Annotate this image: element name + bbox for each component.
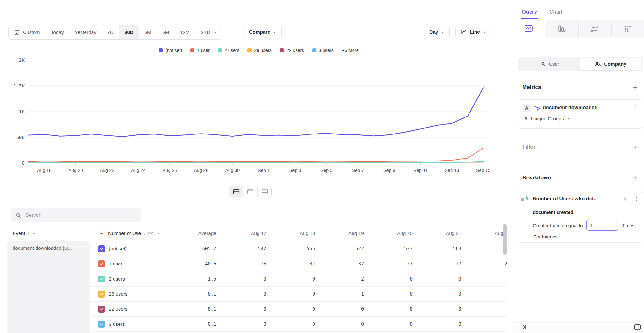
- svg-text:Aug 18: Aug 18: [37, 168, 52, 173]
- event-cell[interactable]: document downloaded [U...: [7, 241, 90, 333]
- add-filter-button[interactable]: [632, 145, 638, 150]
- chart-only-toggle[interactable]: [243, 186, 257, 197]
- select-all-checkbox[interactable]: [98, 230, 105, 237]
- panel-right-icon[interactable]: [634, 324, 641, 330]
- series-column-header[interactable]: Number of Use...24: [90, 226, 171, 241]
- average-value: 0.1: [171, 302, 220, 317]
- close-icon[interactable]: [623, 197, 628, 201]
- range-custom[interactable]: Custom: [9, 25, 45, 39]
- range-7d[interactable]: 7D: [102, 25, 119, 39]
- chevron-down-icon: [483, 30, 486, 34]
- per-interval-label[interactable]: Per Interval: [533, 234, 558, 239]
- average-column-header[interactable]: Average: [171, 226, 220, 241]
- cell-value: 0: [318, 302, 366, 317]
- line-chart[interactable]: 05001K1.5K2KAug 18Aug 20Aug 22Aug 24Aug …: [0, 44, 512, 176]
- date-column-header[interactable]: Aug 17: [220, 226, 269, 241]
- breakdown-title[interactable]: Number of Users who did...: [533, 196, 598, 202]
- indeterminate-icon: [99, 231, 104, 236]
- event-column-header[interactable]: Event1: [0, 226, 90, 241]
- split-view-icon: [233, 189, 240, 194]
- metric-event-name[interactable]: document downloaded: [543, 105, 597, 111]
- line-chart-tab[interactable]: [525, 25, 533, 33]
- tab-chart[interactable]: Chart: [550, 9, 562, 19]
- date-column-header[interactable]: Aug 19: [318, 226, 366, 241]
- add-metric-button[interactable]: [632, 85, 638, 90]
- cell-value: 0: [366, 287, 415, 302]
- date-range-control: CustomTodayYesterday7D30D3M6M12MXTD: [8, 25, 222, 40]
- svg-text:1.5K: 1.5K: [14, 83, 25, 88]
- cell-value: 0: [415, 317, 464, 332]
- series-row[interactable]: 3 users: [90, 317, 171, 332]
- svg-text:500: 500: [16, 135, 25, 140]
- flow-chart-tab[interactable]: [591, 25, 599, 33]
- company-toggle[interactable]: Company: [580, 58, 641, 70]
- search-box: [11, 208, 141, 222]
- date-column-header[interactable]: Aug 20: [366, 226, 415, 241]
- bar-chart-tab[interactable]: [558, 25, 566, 33]
- range-12m[interactable]: 12M: [175, 25, 195, 39]
- series-line[interactable]: [29, 88, 483, 137]
- cell-value: 0: [220, 302, 269, 317]
- series-row[interactable]: 1 user: [90, 256, 171, 271]
- range-6m[interactable]: 6M: [157, 25, 175, 39]
- interval-button[interactable]: Day: [424, 25, 450, 39]
- cell-value: 0: [464, 271, 507, 287]
- series-row[interactable]: 22 users: [90, 302, 171, 317]
- date-column-header[interactable]: Aug 18: [269, 226, 318, 241]
- check-icon: [99, 261, 104, 266]
- split-view-toggle[interactable]: [229, 186, 243, 197]
- metric-card[interactable]: A document downloaded # Unique Groups: [518, 99, 642, 129]
- compare-button[interactable]: Compare: [244, 25, 282, 39]
- series-row[interactable]: (not set): [90, 241, 171, 256]
- series-checkbox[interactable]: [98, 291, 105, 298]
- average-value: 0.1: [171, 317, 220, 332]
- range-30d[interactable]: 30D: [119, 25, 139, 39]
- collapse-panel-icon[interactable]: [520, 324, 527, 330]
- times-input[interactable]: [586, 220, 618, 231]
- user-toggle[interactable]: User: [519, 58, 580, 70]
- series-checkbox[interactable]: [98, 245, 105, 252]
- cell-value: 28: [464, 256, 507, 271]
- chart-type-button[interactable]: Line: [455, 25, 491, 39]
- search-input[interactable]: [25, 212, 136, 218]
- kebab-menu-icon[interactable]: [633, 104, 638, 110]
- tab-query[interactable]: Query: [522, 9, 537, 19]
- measure-selector[interactable]: # Unique Groups: [525, 116, 571, 122]
- condition-label[interactable]: Greater than or equal to: [533, 223, 583, 228]
- query-panel: Query Chart: [512, 0, 644, 333]
- kebab-menu-icon[interactable]: [634, 196, 639, 202]
- cell-value: 0: [269, 302, 318, 317]
- range-yesterday[interactable]: Yesterday: [69, 25, 102, 39]
- date-column-header[interactable]: Aug 22: [464, 226, 507, 241]
- divider: [578, 22, 579, 35]
- check-icon: [99, 307, 104, 311]
- grid-chart-icon: [624, 25, 632, 33]
- range-3m[interactable]: 3M: [139, 25, 157, 39]
- range-xtd[interactable]: XTD: [195, 25, 222, 39]
- breakdown-card[interactable]: # Number of Users who did... document cr…: [518, 191, 642, 243]
- range-today[interactable]: Today: [45, 25, 69, 39]
- svg-text:Aug 22: Aug 22: [100, 168, 114, 173]
- scrollbar-thumb[interactable]: [503, 224, 507, 255]
- date-column-header[interactable]: Aug 21: [415, 226, 464, 241]
- chart-type-strip: [512, 19, 644, 39]
- company-label: Company: [604, 61, 626, 67]
- cell-value: 0: [269, 271, 318, 287]
- svg-text:Sep 9: Sep 9: [383, 168, 395, 173]
- series-checkbox[interactable]: [98, 306, 105, 313]
- chevron-down-icon: [213, 31, 217, 34]
- breakdown-condition: Greater than or equal to Times: [533, 220, 635, 231]
- series-checkbox[interactable]: [98, 321, 105, 328]
- add-breakdown-button[interactable]: [632, 175, 638, 181]
- hash-icon: #: [525, 195, 528, 202]
- metric-badge: A: [523, 104, 531, 112]
- more-chart-types-tab[interactable]: [624, 25, 632, 33]
- series-row[interactable]: 28 users: [90, 287, 171, 302]
- series-checkbox[interactable]: [98, 260, 105, 267]
- breakdown-event-name[interactable]: document created: [533, 210, 573, 215]
- table-only-toggle[interactable]: [257, 186, 271, 197]
- series-checkbox[interactable]: [98, 276, 105, 282]
- drag-handle-icon[interactable]: [520, 198, 524, 201]
- series-line[interactable]: [29, 148, 483, 161]
- series-row[interactable]: 2 users: [90, 271, 171, 287]
